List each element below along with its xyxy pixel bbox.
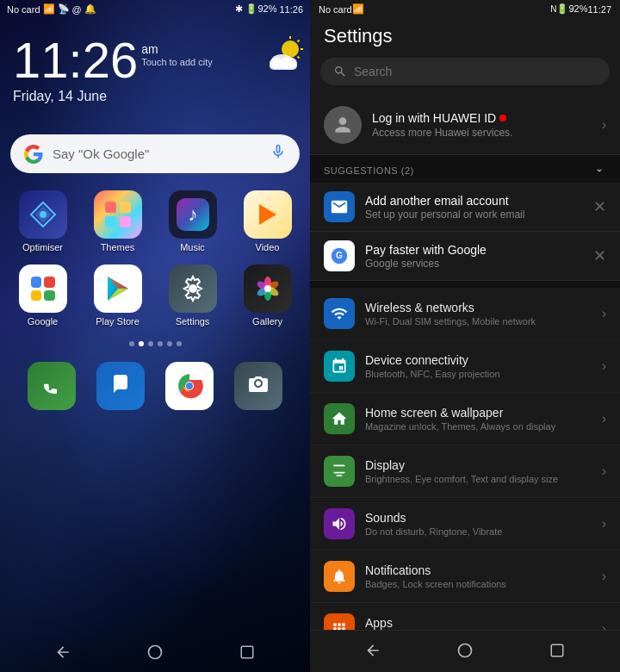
settings-item-apps[interactable]: Apps Permissions, Default apps, App twin… [310,603,620,630]
settings-icon-wireless [324,298,355,329]
suggestion-item-email[interactable]: Add another email account Set up your pe… [310,183,620,232]
home-button-left[interactable] [142,639,168,665]
settings-chevron-sounds-icon: › [602,516,606,532]
settings-item-wireless[interactable]: Wireless & networks Wi-Fi, Dual SIM sett… [310,288,620,340]
dot-6 [177,341,182,346]
settings-title-notifications: Notifications [365,563,592,577]
svg-point-16 [189,284,197,293]
mic-icon[interactable] [270,143,287,165]
dock-item-messages[interactable] [96,362,145,410]
svg-rect-32 [551,644,563,656]
app-grid-row1: Optimiser Themes [0,186,310,257]
suggestion-gpay-close-icon[interactable]: ✕ [593,246,606,265]
settings-search-bar[interactable] [320,58,610,85]
app-item-music[interactable]: ♪ Music [158,190,226,252]
settings-item-sounds[interactable]: Sounds Do not disturb, Ringtone, Vibrate… [310,498,620,551]
carrier-right: No card [319,4,352,15]
svg-line-4 [298,57,300,59]
huawei-id-title: Log in with HUAWEI ID [372,111,592,125]
dock-item-chrome[interactable] [165,362,214,410]
recents-button-right[interactable] [544,638,570,663]
suggestion-email-close-icon[interactable]: ✕ [593,197,606,216]
settings-title-connectivity: Device connectivity [365,353,592,367]
huawei-id-row[interactable]: Log in with HUAWEI ID Access more Huawei… [310,96,620,155]
settings-text-connectivity: Device connectivity Bluetooth, NFC, Easy… [365,353,592,379]
app-item-optimiser[interactable]: Optimiser [9,190,77,252]
suggestion-gpay-title: Pay faster with Google [365,243,583,257]
app-icon-optimiser [19,190,67,239]
svg-point-28 [148,646,161,659]
settings-search-input[interactable] [354,65,597,78]
settings-sub-homescreen: Magazine unlock, Themes, Always on displ… [365,421,592,432]
dock-item-camera[interactable] [234,362,282,410]
settings-text-wireless: Wireless & networks Wi-Fi, Dual SIM sett… [365,301,592,327]
clock-time: 11:26 am Touch to add city [13,35,213,85]
home-screen: No card 📶 📡 @ 🔔 ✱ 🔋92% 11:26 11:26 am To… [0,0,310,672]
svg-point-23 [264,285,271,292]
app-icon-google [19,264,67,313]
app-label-gallery: Gallery [252,316,282,327]
settings-item-display[interactable]: Display Brightness, Eye comfort, Text an… [310,445,620,498]
settings-icon-connectivity [324,351,355,382]
search-hint-text: Say "Ok Google" [53,146,270,161]
app-item-google[interactable]: Google [9,264,77,327]
suggestions-expand-icon[interactable] [592,164,606,177]
app-item-themes[interactable]: Themes [84,190,152,252]
app-item-video[interactable]: Video [233,190,301,252]
dot-3 [148,341,153,346]
suggestion-gpay-icon: G [324,240,355,271]
settings-title-sounds: Sounds [365,511,592,525]
dot-4 [158,341,163,346]
app-label-playstore: Play Store [96,316,140,327]
app-label-video: Video [256,242,280,252]
app-grid-row2: Google [0,260,310,331]
suggestion-gpay-subtitle: Google services [365,258,583,270]
app-icon-themes [94,190,142,239]
recents-button-left[interactable] [234,639,260,665]
settings-item-homescreen[interactable]: Home screen & wallpaper Magazine unlock,… [310,393,620,445]
google-search-bar[interactable]: Say "Ok Google" [10,134,300,173]
settings-text-homescreen: Home screen & wallpaper Magazine unlock,… [365,406,592,432]
nfc-right-icon: N [550,4,556,14]
settings-text-notifications: Notifications Badges, Lock screen notifi… [365,563,592,589]
app-item-gallery[interactable]: Gallery [233,264,301,327]
dock-icon-messages [96,362,145,410]
settings-sub-display: Brightness, Eye comfort, Text and displa… [365,474,592,484]
battery-right-icon: 🔋92% [556,3,587,15]
huawei-id-subtitle: Access more Huawei services. [372,127,592,139]
svg-rect-13 [120,216,131,227]
wifi-right-icon: 📶 [352,3,364,15]
svg-rect-11 [120,202,131,213]
app-item-playstore[interactable]: Play Store [84,264,152,327]
settings-chevron-notifications-icon: › [602,569,606,584]
dock-icon-camera [234,362,282,410]
settings-sub-connectivity: Bluetooth, NFC, Easy projection [365,369,592,379]
app-item-settings[interactable]: Settings [158,264,226,327]
bluetooth-left-icon: ✱ [235,3,243,15]
settings-item-notifications[interactable]: Notifications Badges, Lock screen notifi… [310,551,620,603]
back-button-left[interactable] [50,639,76,665]
settings-icon-display [324,456,355,487]
app-label-music: Music [180,242,205,252]
settings-item-connectivity[interactable]: Device connectivity Bluetooth, NFC, Easy… [310,340,620,393]
home-button-right[interactable] [452,638,478,663]
huawei-id-chevron-icon: › [602,117,606,133]
nav-bar-right [310,630,620,672]
suggestions-label: SUGGESTIONS (2) [324,165,414,176]
svg-rect-12 [105,216,116,227]
clock-widget: 11:26 am Touch to add city [0,18,310,109]
dock-item-phone[interactable] [28,362,76,410]
settings-icon-apps [324,613,355,630]
suggestion-item-google-pay[interactable]: G Pay faster with Google Google services… [310,232,620,281]
clock-main-time: 11:26 [13,35,138,85]
app-label-themes: Themes [101,242,135,252]
google-logo-icon [23,144,44,165]
huawei-id-text: Log in with HUAWEI ID Access more Huawei… [372,111,592,139]
dot-1 [129,341,134,346]
clock-ampm-block: am Touch to add city [141,42,213,68]
svg-rect-10 [105,202,116,213]
settings-icon-sounds [324,508,355,539]
back-button-right[interactable] [360,638,386,663]
svg-line-3 [298,40,300,42]
settings-content: Log in with HUAWEI ID Access more Huawei… [310,96,620,630]
